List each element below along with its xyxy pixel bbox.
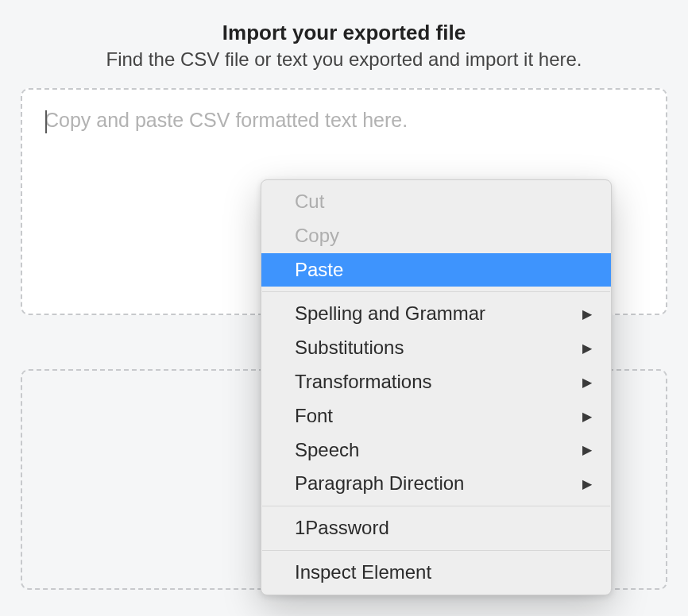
context-menu-substitutions[interactable]: Substitutions ▶	[261, 331, 611, 365]
menu-separator	[262, 550, 610, 551]
context-menu-inspect-element[interactable]: Inspect Element	[261, 556, 611, 590]
menu-item-label: Paste	[295, 256, 343, 284]
chevron-right-icon: ▶	[582, 305, 592, 323]
menu-item-label: Font	[295, 402, 333, 430]
menu-item-label: Cut	[295, 188, 324, 216]
chevron-right-icon: ▶	[582, 441, 592, 459]
page-title: Import your exported file	[0, 21, 688, 45]
menu-item-label: Substitutions	[295, 334, 404, 362]
menu-item-label: Transformations	[295, 368, 432, 396]
chevron-right-icon: ▶	[582, 373, 592, 391]
context-menu-copy: Copy	[261, 219, 611, 253]
context-menu: Cut Copy Paste Spelling and Grammar ▶ Su…	[261, 179, 612, 595]
context-menu-cut: Cut	[261, 185, 611, 219]
menu-item-label: 1Password	[295, 514, 389, 542]
menu-item-label: Inspect Element	[295, 559, 431, 587]
menu-separator	[262, 506, 610, 506]
page-subtitle: Find the CSV file or text you exported a…	[0, 48, 688, 71]
text-caret	[45, 110, 47, 133]
menu-item-label: Spelling and Grammar	[295, 300, 485, 328]
context-menu-transformations[interactable]: Transformations ▶	[261, 365, 611, 399]
context-menu-paste[interactable]: Paste	[261, 253, 611, 287]
context-menu-spelling-grammar[interactable]: Spelling and Grammar ▶	[261, 297, 611, 331]
context-menu-1password[interactable]: 1Password	[261, 511, 611, 545]
context-menu-paragraph-direction[interactable]: Paragraph Direction ▶	[261, 467, 611, 501]
context-menu-font[interactable]: Font ▶	[261, 399, 611, 433]
context-menu-speech[interactable]: Speech ▶	[261, 433, 611, 468]
menu-item-label: Copy	[295, 222, 339, 250]
chevron-right-icon: ▶	[582, 475, 592, 493]
menu-item-label: Speech	[295, 437, 359, 464]
menu-separator	[262, 291, 610, 292]
menu-item-label: Paragraph Direction	[295, 470, 464, 498]
chevron-right-icon: ▶	[582, 407, 592, 425]
chevron-right-icon: ▶	[582, 339, 592, 357]
page-header: Import your exported file Find the CSV f…	[0, 0, 688, 71]
